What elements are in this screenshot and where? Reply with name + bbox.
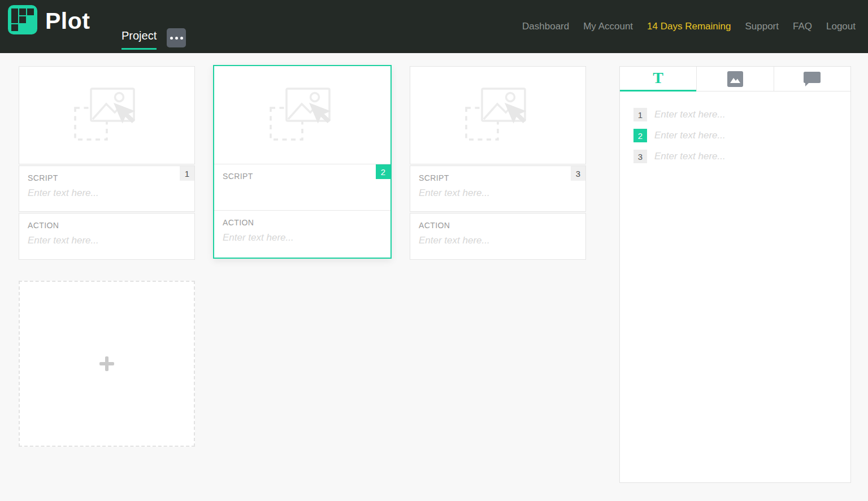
nav-days-remaining[interactable]: 14 Days Remaining bbox=[647, 21, 731, 32]
side-panel-tabs: T bbox=[620, 67, 850, 92]
plot-logo-icon[interactable] bbox=[8, 5, 37, 34]
image-icon bbox=[727, 71, 743, 87]
storyboard-card-3: 3 SCRIPT Enter text here... ACTION Enter… bbox=[410, 66, 586, 260]
row-2-text-input[interactable]: Enter text here... bbox=[654, 130, 726, 141]
app-header: Plot Project Dashboard My Account 14 Day… bbox=[0, 0, 868, 53]
script-list: 1 Enter text here... 2 Enter text here..… bbox=[620, 92, 850, 187]
nav-my-account[interactable]: My Account bbox=[583, 21, 633, 32]
action-label: ACTION bbox=[28, 221, 186, 230]
card-1-script-input[interactable]: Enter text here... bbox=[28, 188, 186, 199]
storyboard-card-1: 1 SCRIPT Enter text here... ACTION Enter… bbox=[19, 66, 195, 260]
image-placeholder-icon bbox=[465, 88, 531, 143]
nav-logout[interactable]: Logout bbox=[826, 21, 856, 32]
card-1-image-dropzone[interactable] bbox=[19, 66, 195, 164]
card-1-action-input[interactable]: Enter text here... bbox=[28, 235, 186, 246]
card-3-script-input[interactable]: Enter text here... bbox=[419, 188, 577, 199]
storyboard-card-2-selected: 2 SCRIPT ACTION Enter text here... bbox=[213, 65, 392, 259]
script-label: SCRIPT bbox=[28, 173, 186, 182]
action-label: ACTION bbox=[419, 221, 577, 230]
image-placeholder-icon bbox=[269, 88, 336, 143]
tab-images[interactable] bbox=[696, 67, 773, 92]
card-2-action-section: ACTION Enter text here... bbox=[214, 211, 390, 258]
card-3-action-section: ACTION Enter text here... bbox=[410, 213, 586, 260]
side-panel: T 1 Enter text here... 2 Enter text here… bbox=[619, 66, 851, 483]
action-label: ACTION bbox=[223, 218, 382, 227]
card-3-number-badge: 3 bbox=[571, 166, 585, 181]
script-label: SCRIPT bbox=[223, 172, 382, 181]
nav-support[interactable]: Support bbox=[745, 21, 779, 32]
script-row-1: 1 Enter text here... bbox=[633, 108, 837, 121]
nav-faq[interactable]: FAQ bbox=[793, 21, 812, 32]
card-1-action-section: ACTION Enter text here... bbox=[19, 213, 195, 260]
card-2-image-dropzone[interactable] bbox=[214, 66, 390, 164]
card-1-number-badge: 1 bbox=[180, 166, 194, 181]
script-row-3: 3 Enter text here... bbox=[633, 150, 837, 163]
script-row-2: 2 Enter text here... bbox=[633, 129, 837, 142]
project-more-options-button[interactable] bbox=[167, 28, 186, 47]
row-1-text-input[interactable]: Enter text here... bbox=[654, 109, 726, 120]
card-3-script-section: 3 SCRIPT Enter text here... bbox=[410, 165, 586, 212]
ellipsis-icon bbox=[170, 37, 173, 40]
row-3-text-input[interactable]: Enter text here... bbox=[654, 151, 726, 162]
card-2-script-section: 2 SCRIPT bbox=[214, 164, 390, 211]
row-1-number-badge: 1 bbox=[633, 108, 647, 121]
image-placeholder-icon bbox=[73, 88, 140, 143]
plus-icon bbox=[99, 356, 114, 371]
card-3-action-input[interactable]: Enter text here... bbox=[419, 235, 577, 246]
card-3-image-dropzone[interactable] bbox=[410, 66, 586, 164]
tab-text[interactable]: T bbox=[620, 67, 696, 92]
tab-project-active-underline bbox=[121, 48, 157, 50]
comment-icon bbox=[804, 72, 821, 86]
card-2-number-badge: 2 bbox=[376, 164, 390, 179]
tab-project[interactable]: Project bbox=[121, 29, 157, 42]
app-title: Plot bbox=[45, 8, 90, 34]
top-nav: Dashboard My Account 14 Days Remaining S… bbox=[522, 0, 856, 53]
card-2-action-input[interactable]: Enter text here... bbox=[223, 232, 382, 243]
card-2-script-input[interactable] bbox=[223, 186, 382, 197]
tab-comments[interactable] bbox=[774, 67, 850, 92]
row-3-number-badge: 3 bbox=[633, 150, 647, 163]
text-tab-icon: T bbox=[653, 70, 663, 87]
card-1-script-section: 1 SCRIPT Enter text here... bbox=[19, 165, 195, 212]
nav-dashboard[interactable]: Dashboard bbox=[522, 21, 569, 32]
row-2-number-badge: 2 bbox=[633, 129, 647, 142]
script-label: SCRIPT bbox=[419, 173, 577, 182]
add-card-button[interactable] bbox=[19, 281, 195, 447]
